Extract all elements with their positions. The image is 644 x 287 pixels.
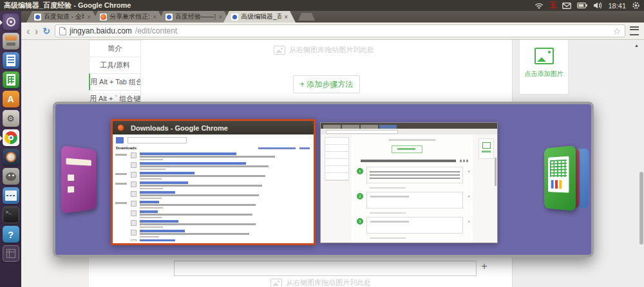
text-line-skeleton [140,178,162,180]
launcher-item-terminal[interactable] [3,207,19,223]
current-window-preview[interactable]: 123 [320,122,498,243]
input-method-indicator[interactable]: 五 [549,2,556,9]
mail-icon[interactable] [562,3,571,9]
text-line-skeleton [140,194,259,196]
file-icon [131,153,137,158]
launcher-item-workspace-switcher[interactable] [3,245,19,262]
mini-step: 3 [357,217,470,242]
text-line-skeleton [140,159,163,161]
mini-step: 2 [357,192,470,217]
downloads-page-thumbnail: Downloads [113,134,314,241]
image-placeholder-icon [270,279,282,287]
text-line-skeleton [140,217,162,219]
reload-button[interactable]: ↻ [43,26,50,36]
add-row-plus[interactable]: + [481,260,488,273]
launcher-item-libreoffice-writer[interactable] [3,52,19,69]
forward-button[interactable]: › [35,26,39,37]
launcher-item-system-settings[interactable]: ⚙ [3,110,19,127]
mini-add-image-card [478,138,494,159]
libreoffice-impress-icon[interactable] [61,145,97,214]
scroll-up-arrow[interactable]: ▲ [634,43,639,48]
download-row-skeleton [113,239,314,241]
download-row-skeleton [113,200,314,210]
download-row-skeleton [113,190,314,200]
tab-close-icon[interactable]: × [153,14,156,21]
text-line-skeleton [140,236,159,238]
launcher-item-libreoffice-calc[interactable] [3,71,19,88]
launcher-item-system-monitor[interactable] [3,187,19,204]
close-button-icon[interactable] [117,124,124,131]
battery-icon[interactable] [577,3,587,8]
tab-baidu-jingyan[interactable]: 百度经验——实用生 × [158,11,230,23]
screen: 高级编辑器_百度经验 - Google Chrome 五 18:41 A ⚙ ? [0,0,644,287]
step-text-box [366,192,463,208]
mini-toc-skeleton [325,137,349,181]
file-icon [131,201,137,207]
site-favicon [100,14,107,21]
text-line-skeleton [140,227,163,228]
text-line-skeleton [140,198,162,199]
download-row-skeleton [113,152,314,162]
add-image-icon [535,48,554,64]
text-line-skeleton [140,201,159,203]
new-tab-button[interactable] [298,13,315,21]
launcher-item-compass-app[interactable] [3,149,19,165]
file-icon [131,172,137,178]
text-line-skeleton [140,162,246,165]
tab-baidu-zhidao[interactable]: 百度知道 - 全球最大 × [26,11,99,23]
volume-icon[interactable] [593,2,602,9]
alt-tab-switcher: Downloads - Google Chrome Downloads [53,102,594,257]
page-scrollbar-thumb[interactable] [639,172,643,245]
editor-toc: 简介 工具/原料 用 Alt + Tab 组合 用 Alt + ` 组合键在 [89,41,141,107]
text-line-skeleton [140,169,166,171]
tab-editor-active[interactable]: 高级编辑器_百度经 × [223,11,296,23]
baidu-favicon [231,14,238,21]
text-line-skeleton [140,191,175,194]
calc-front-face [544,145,576,211]
mini-heading-line [361,160,456,162]
chrome-menu-icon[interactable] [630,26,639,35]
file-icon [131,191,137,197]
toc-item-alt-tab[interactable]: 用 Alt + Tab 组合 [89,73,141,91]
running-indicator [0,20,3,25]
add-step-button[interactable]: + 添加步骤方法 [293,75,360,93]
downloads-window-preview[interactable]: Downloads - Google Chrome Downloads [111,119,316,245]
add-image-card[interactable]: 点击添加图片 [519,40,569,95]
step-text-input[interactable] [174,261,477,276]
url-host: jingyan.baidu.com [70,26,132,35]
text-line-skeleton [140,239,175,241]
tab-close-icon[interactable]: × [87,14,91,21]
mini-add-step-button [392,145,422,153]
launcher-item-ubuntu-dash[interactable] [3,14,19,30]
tab-close-icon[interactable]: × [218,14,222,21]
window-title: 高级编辑器_百度经验 - Google Chrome [4,1,131,10]
tab-share[interactable]: 分享兼求指正:如何 × [92,11,164,23]
launcher-item-files[interactable] [3,33,19,50]
clock[interactable]: 18:41 [608,2,626,10]
download-row-skeleton [113,210,314,219]
calc-grid [550,160,567,177]
text-line-skeleton [140,156,275,158]
search-box-skeleton [128,137,187,144]
libreoffice-calc-icon[interactable] [537,145,592,214]
wifi-icon[interactable] [535,2,544,9]
running-indicator [0,136,3,141]
file-icon [131,181,137,187]
text-line-skeleton [140,172,194,174]
downloads-heading: Downloads [116,146,137,150]
launcher-item-gimp[interactable] [3,168,19,185]
launcher-item-google-chrome[interactable] [3,129,19,146]
launcher-item-help[interactable]: ? [3,226,19,243]
page-icon [59,27,66,35]
preview-window-title: Downloads - Google Chrome [131,124,228,132]
bookmark-star-icon[interactable]: ☆ [613,26,621,36]
back-button[interactable]: ‹ [26,26,30,37]
address-bar[interactable]: jingyan.baidu.com/edit/content ☆ [55,24,625,37]
toc-item-intro[interactable]: 简介 [89,40,141,57]
date-label-skeleton [115,154,127,156]
session-gear-icon[interactable] [632,1,640,10]
download-row-skeleton [113,229,314,239]
toc-item-tools[interactable]: 工具/原料 [89,57,141,74]
launcher-item-software-center[interactable]: A [3,91,19,107]
tab-close-icon[interactable]: × [284,14,288,21]
